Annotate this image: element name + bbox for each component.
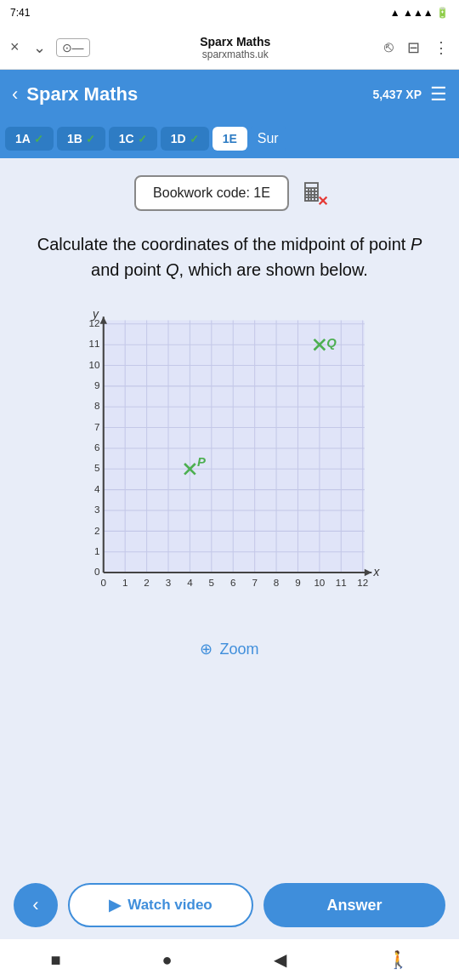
tab-sur-label: Sur (258, 131, 279, 145)
calculator-no-icon: ✕ (317, 193, 328, 209)
svg-text:5: 5 (209, 577, 214, 588)
svg-text:2: 2 (94, 525, 99, 536)
svg-text:11: 11 (336, 577, 347, 588)
zoom-icon: ⊕ (200, 640, 212, 658)
bookmark-button[interactable]: ⊟ (404, 35, 423, 60)
tab-1D-check: ✓ (190, 133, 199, 145)
tab-sur[interactable]: Sur (251, 126, 286, 151)
main-content: Bookwork code: 1E 🖩 ✕ Calculate the coor… (0, 158, 459, 924)
svg-text:0: 0 (94, 566, 100, 577)
svg-marker-27 (365, 569, 371, 576)
nav-back-button[interactable]: ◀ (267, 943, 293, 977)
tab-1C[interactable]: 1C ✓ (109, 127, 157, 151)
svg-text:x: x (372, 566, 380, 578)
svg-text:4: 4 (94, 483, 100, 494)
app-title: Sparx Maths (26, 83, 364, 105)
time: 7:41 (10, 7, 30, 19)
browser-url: sparxmaths.uk (202, 48, 269, 60)
bottom-action-bar: ‹ ▶ Watch video Answer (0, 871, 459, 939)
svg-rect-0 (104, 321, 365, 573)
zoom-label: Zoom (219, 641, 258, 658)
browser-close-button[interactable]: × (7, 35, 23, 60)
svg-text:5: 5 (94, 462, 99, 473)
svg-text:8: 8 (274, 577, 279, 588)
more-button[interactable]: ⋮ (430, 35, 452, 60)
answer-button[interactable]: Answer (264, 883, 445, 927)
previous-button[interactable]: ‹ (14, 883, 58, 927)
menu-button[interactable]: ☰ (430, 83, 447, 105)
browser-title: Sparx Maths (200, 35, 270, 48)
svg-text:10: 10 (89, 359, 100, 370)
xp-badge: 5,437 XP (372, 88, 422, 101)
svg-text:6: 6 (94, 442, 99, 453)
svg-text:12: 12 (357, 577, 368, 588)
browser-profile-button[interactable]: ⊙— (56, 38, 90, 57)
svg-text:2: 2 (144, 577, 149, 588)
svg-marker-28 (100, 316, 107, 323)
watch-video-label: Watch video (128, 897, 212, 914)
svg-text:10: 10 (314, 577, 325, 588)
app-header: ‹ Sparx Maths 5,437 XP ☰ (0, 70, 459, 119)
svg-text:0: 0 (101, 577, 107, 588)
bookwork-code: Bookwork code: 1E (134, 175, 289, 211)
nav-home-button[interactable]: ● (156, 943, 179, 977)
tab-1C-check: ✓ (138, 133, 147, 145)
browser-chevron-button[interactable]: ⌄ (30, 35, 49, 60)
svg-text:1: 1 (94, 545, 99, 556)
tab-1C-label: 1C (119, 132, 134, 145)
browser-bar: × ⌄ ⊙— Sparx Maths sparxmaths.uk ⎋ ⊟ ⋮ (0, 26, 459, 70)
tab-1A-label: 1A (15, 132, 31, 145)
graph-svg: 0 1 2 3 4 5 6 7 8 9 10 11 12 x 0 1 2 (76, 303, 382, 626)
signal-battery: ▲ ▲▲▲ 🔋 (390, 7, 449, 19)
svg-text:9: 9 (295, 577, 300, 588)
play-icon: ▶ (109, 896, 121, 914)
status-bar: 7:41 ▲ ▲▲▲ 🔋 (0, 0, 459, 26)
svg-text:11: 11 (89, 338, 100, 349)
answer-label: Answer (326, 897, 382, 914)
nav-person-button[interactable]: 🚶 (381, 943, 416, 977)
url-area: Sparx Maths sparxmaths.uk (97, 35, 374, 60)
nav-square-button[interactable]: ■ (43, 943, 67, 977)
svg-text:y: y (92, 308, 99, 321)
svg-text:7: 7 (252, 577, 257, 588)
svg-text:6: 6 (230, 577, 235, 588)
tab-1A[interactable]: 1A ✓ (5, 127, 54, 151)
svg-text:8: 8 (94, 400, 99, 411)
share-button[interactable]: ⎋ (381, 35, 397, 60)
tab-1D-label: 1D (171, 132, 186, 145)
zoom-button[interactable]: ⊕ Zoom (200, 640, 258, 658)
svg-text:Q: Q (326, 336, 337, 350)
calculator-icon-wrap: 🖩 ✕ (299, 179, 325, 208)
tab-1A-check: ✓ (34, 133, 43, 145)
tab-bar: 1A ✓ 1B ✓ 1C ✓ 1D ✓ 1E Sur (0, 119, 459, 158)
graph-container: 0 1 2 3 4 5 6 7 8 9 10 11 12 x 0 1 2 (14, 303, 445, 626)
tab-1B[interactable]: 1B ✓ (57, 127, 105, 151)
svg-text:P: P (197, 455, 206, 469)
tab-1D[interactable]: 1D ✓ (161, 127, 209, 151)
tab-1B-check: ✓ (86, 133, 95, 145)
svg-text:9: 9 (94, 379, 99, 390)
svg-text:1: 1 (122, 577, 128, 588)
system-nav-bar: ■ ● ◀ 🚶 (0, 939, 459, 980)
watch-video-button[interactable]: ▶ Watch video (68, 883, 253, 927)
bookwork-row: Bookwork code: 1E 🖩 ✕ (134, 175, 325, 211)
svg-text:3: 3 (94, 504, 99, 515)
app-back-button[interactable]: ‹ (12, 83, 18, 105)
prev-icon: ‹ (32, 894, 38, 916)
tab-1E[interactable]: 1E (212, 127, 247, 151)
tab-1B-label: 1B (67, 132, 82, 145)
svg-text:3: 3 (166, 577, 171, 588)
tab-1E-label: 1E (223, 132, 237, 145)
svg-text:4: 4 (187, 577, 193, 588)
question-text: Calculate the coordinates of the midpoin… (14, 231, 445, 282)
svg-text:7: 7 (94, 421, 99, 432)
